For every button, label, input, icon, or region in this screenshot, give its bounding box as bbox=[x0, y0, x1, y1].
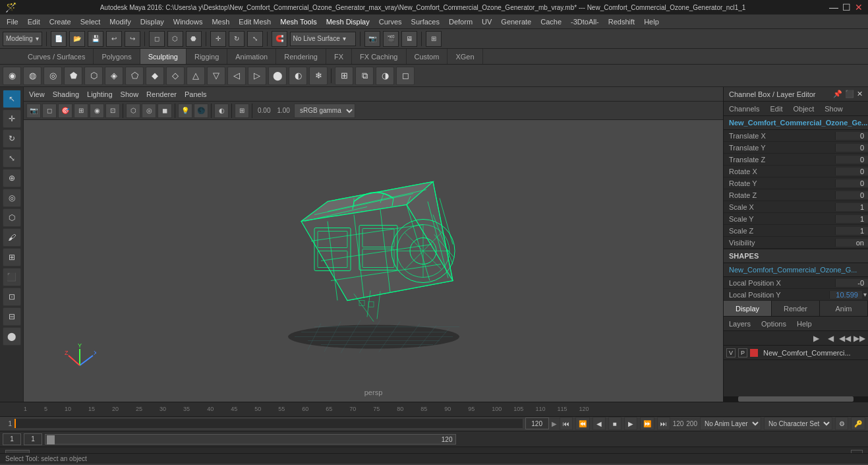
menu-surfaces[interactable]: Surfaces bbox=[407, 16, 444, 27]
menu-generate[interactable]: Generate bbox=[497, 16, 535, 27]
menu-edit[interactable]: Edit bbox=[24, 16, 44, 27]
display-grid-btn[interactable]: ⊞ bbox=[335, 67, 353, 85]
play-fwd-btn[interactable]: ▶ bbox=[624, 417, 637, 430]
sculpt-amplify-btn[interactable]: ◐ bbox=[289, 67, 307, 85]
right-tab-render[interactable]: Render bbox=[772, 301, 820, 316]
vp-snap-btn[interactable]: ⊞ bbox=[74, 104, 88, 118]
sculpt-fill-btn[interactable]: ▽ bbox=[207, 67, 225, 85]
soft-select-btn[interactable]: ◎ bbox=[3, 189, 21, 207]
rb-tab-options[interactable]: Options bbox=[761, 320, 786, 328]
sculpt-grab-btn[interactable]: ◍ bbox=[23, 67, 42, 85]
menu-display[interactable]: Display bbox=[136, 16, 168, 27]
frame-start-input[interactable] bbox=[3, 433, 21, 445]
channel-box-close-btn[interactable]: ✕ bbox=[857, 90, 863, 98]
vp-menu-lighting[interactable]: Lighting bbox=[87, 90, 113, 98]
select-tool-btn[interactable]: ↖ bbox=[3, 90, 21, 108]
anim-layer-select[interactable]: No Anim Layer bbox=[700, 417, 761, 430]
tab-animation[interactable]: Animation bbox=[227, 49, 276, 64]
auto-key-btn[interactable]: 🔑 bbox=[851, 417, 865, 430]
tab-custom[interactable]: Custom bbox=[407, 49, 448, 64]
move-btn[interactable]: ✛ bbox=[210, 31, 226, 47]
tab-sculpting[interactable]: Sculpting bbox=[140, 49, 187, 64]
paint-btn[interactable]: ⬣ bbox=[186, 31, 202, 47]
vp-film-btn[interactable]: ◻ bbox=[42, 104, 57, 118]
right-scrollbar[interactable] bbox=[724, 396, 868, 402]
scale-tool-btn[interactable]: ⤡ bbox=[3, 149, 21, 168]
sculpt-relax-btn[interactable]: ◉ bbox=[3, 67, 21, 85]
menu-file[interactable]: File bbox=[3, 16, 22, 27]
display-mode-btn[interactable]: ◑ bbox=[376, 67, 394, 85]
minimize-btn[interactable]: — bbox=[829, 2, 838, 13]
menu-mesh-tools[interactable]: Mesh Tools bbox=[276, 16, 320, 27]
lasso-tool-btn[interactable]: ⬡ bbox=[3, 208, 21, 227]
char-set-select[interactable]: No Character Set bbox=[764, 417, 832, 430]
vp-menu-shading[interactable]: Shading bbox=[53, 90, 79, 98]
play-end-btn[interactable]: ⏭ bbox=[657, 417, 670, 430]
tab-rigging[interactable]: Rigging bbox=[187, 49, 227, 64]
vp-flat-btn[interactable]: ◼ bbox=[158, 104, 172, 118]
cb-tab-channels[interactable]: Channels bbox=[729, 105, 759, 113]
redo-btn[interactable]: ↪ bbox=[125, 31, 140, 47]
menu-deform[interactable]: Deform bbox=[445, 16, 477, 27]
display-toggle-btn[interactable]: ⧉ bbox=[355, 67, 374, 85]
select-btn[interactable]: ◻ bbox=[149, 31, 165, 47]
menu-help[interactable]: Help bbox=[640, 16, 663, 27]
play-stop-btn[interactable]: ■ bbox=[608, 417, 622, 430]
sculpt-repeat-btn[interactable]: ⬠ bbox=[125, 67, 144, 85]
sculpt-smear-btn[interactable]: ▷ bbox=[248, 67, 266, 85]
scale-btn[interactable]: ⤡ bbox=[247, 31, 263, 47]
menu-create[interactable]: Create bbox=[45, 16, 75, 27]
right-tab-display[interactable]: Display bbox=[724, 301, 772, 316]
menu-select[interactable]: Select bbox=[76, 16, 105, 27]
sculpt-imprint-btn[interactable]: ◆ bbox=[146, 67, 164, 85]
rb-tab-layers[interactable]: Layers bbox=[729, 320, 751, 328]
tab-curves-surfaces[interactable]: Curves / Surfaces bbox=[20, 49, 94, 64]
right-tab-anim[interactable]: Anim bbox=[820, 301, 868, 316]
frame-slider-thumb[interactable] bbox=[47, 435, 55, 445]
display-extra-btn[interactable]: ◻ bbox=[396, 67, 415, 85]
snap-curve-btn[interactable]: ⊡ bbox=[3, 288, 21, 306]
vp-smooth-btn[interactable]: ◎ bbox=[142, 104, 156, 118]
layer-options-btn[interactable]: ◀◀ bbox=[839, 332, 851, 344]
play-back-btn[interactable]: ◀ bbox=[593, 417, 606, 430]
grid-btn[interactable]: ⊞ bbox=[426, 31, 442, 47]
maximize-btn[interactable]: ☐ bbox=[842, 2, 851, 13]
vp-camera-btn[interactable]: 📷 bbox=[26, 104, 41, 118]
local-pos-y-dropdown[interactable]: ▾ bbox=[862, 291, 868, 298]
save-file-btn[interactable]: 💾 bbox=[88, 31, 103, 47]
menu-3dtoall[interactable]: -3DtoAll- bbox=[567, 16, 603, 27]
tab-fx-caching[interactable]: FX Caching bbox=[352, 49, 406, 64]
menu-modify[interactable]: Modify bbox=[105, 16, 134, 27]
menu-cache[interactable]: Cache bbox=[536, 16, 565, 27]
vp-menu-panels[interactable]: Panels bbox=[185, 90, 207, 98]
channel-box-expand-btn[interactable]: ⬛ bbox=[845, 90, 854, 98]
show-manipulator-btn[interactable]: ⊞ bbox=[3, 248, 21, 266]
render-btn[interactable]: 🎬 bbox=[383, 31, 399, 47]
timeline-scrubber[interactable] bbox=[14, 419, 523, 428]
vp-look-thru-btn[interactable]: 🎯 bbox=[58, 104, 72, 118]
snap-grid-btn[interactable]: ⬛ bbox=[3, 268, 21, 286]
menu-redshift[interactable]: Redshift bbox=[604, 16, 639, 27]
paint-select-btn[interactable]: 🖌 bbox=[3, 228, 21, 247]
close-btn[interactable]: ✕ bbox=[855, 2, 863, 13]
menu-curves[interactable]: Curves bbox=[375, 16, 406, 27]
layer-new-btn[interactable]: ▶ bbox=[810, 332, 822, 344]
vp-xray-btn[interactable]: ◐ bbox=[214, 104, 229, 118]
cb-tab-object[interactable]: Object bbox=[793, 105, 814, 113]
timeline-end-input[interactable] bbox=[525, 418, 549, 429]
play-start-btn[interactable]: ⏮ bbox=[560, 417, 573, 430]
vp-isolate-btn[interactable]: ◉ bbox=[90, 104, 104, 118]
rb-tab-help[interactable]: Help bbox=[797, 320, 812, 328]
vp-menu-renderer[interactable]: Renderer bbox=[146, 90, 177, 98]
menu-mesh[interactable]: Mesh bbox=[208, 16, 233, 27]
sculpt-bulge-btn[interactable]: ⬤ bbox=[268, 67, 287, 85]
menu-windows[interactable]: Windows bbox=[169, 16, 207, 27]
display-btn[interactable]: 🖥 bbox=[401, 31, 417, 47]
layer-playback-btn[interactable]: P bbox=[738, 348, 747, 357]
vp-wireframe-btn[interactable]: ⬡ bbox=[126, 104, 140, 118]
lasso-btn[interactable]: ⬡ bbox=[167, 31, 183, 47]
play-prev-btn[interactable]: ⏪ bbox=[575, 417, 590, 430]
channel-box-pin-btn[interactable]: 📌 bbox=[833, 90, 842, 98]
sculpt-knife-btn[interactable]: ◁ bbox=[227, 67, 246, 85]
vp-menu-view[interactable]: View bbox=[29, 90, 45, 98]
